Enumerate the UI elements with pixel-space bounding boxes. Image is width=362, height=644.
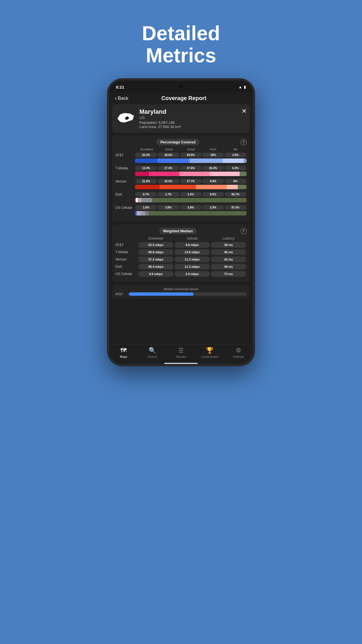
carrier-pct: 29.5% [180, 153, 202, 157]
carrier-pct: 0.7% [135, 192, 157, 197]
carrier-pct: 1.7% [158, 192, 179, 197]
back-chevron-icon: ‹ [115, 95, 117, 101]
carrier-pct: 8% [225, 179, 246, 184]
carrier-pct: 6.3% [225, 166, 246, 171]
col-great-header: Great [158, 148, 180, 151]
app-header: ‹ Back Coverage Report [109, 92, 253, 104]
median-rows: AT&T52.5 mbps9.8 mbps36 msT-Mobile60.6 m… [115, 242, 247, 277]
carrier-name: AT&T [115, 153, 135, 157]
page-title: Detailed Metrics [0, 0, 362, 67]
median-value: 42 ms [211, 257, 246, 262]
screen-content: ‹ Back Coverage Report [109, 92, 253, 364]
median-latency-header: Latency [210, 236, 247, 240]
maps-icon: 🗺 [120, 347, 127, 354]
coverage-section: Percentage Covered ? Excellent Great Goo… [112, 136, 250, 222]
carrier-pct: 19% [202, 153, 224, 157]
carrier-row: Dish0.7%1.7%3.4%9.5%84.7% [115, 192, 247, 202]
page-header-title: Coverage Report [132, 95, 236, 101]
carrier-pct: 28.6% [158, 153, 179, 157]
col-poor-header: Poor [202, 148, 225, 151]
speed-section: Median Download Speed AT&T [112, 285, 250, 299]
median-help-icon[interactable]: ? [240, 228, 247, 234]
median-value: 46 ms [211, 249, 246, 255]
att-speed-label: AT&T [115, 292, 127, 296]
median-value: 60.6 mbps [138, 249, 173, 255]
location-name: Maryland [139, 108, 246, 115]
coverage-bar [135, 211, 247, 216]
nav-item-search[interactable]: 🔍 Search [138, 347, 167, 358]
maps-label: Maps [120, 355, 127, 358]
speed-chart-title: Median Download Speed [115, 287, 247, 291]
nav-item-settings[interactable]: ⚙ Settings [224, 347, 253, 358]
col-carrier-header [116, 148, 135, 151]
settings-icon: ⚙ [236, 347, 241, 354]
carrier-pct: 27.3% [158, 166, 179, 171]
median-value: 11.3 mbps [175, 257, 210, 262]
location-population: Population: 6,097,196 [139, 120, 246, 125]
wifi-icon: ▲ [238, 85, 242, 89]
location-area: Land Area: 27,956.36 km² [139, 125, 246, 129]
bottom-nav: 🗺 Maps 🔍 Search ☰ Results 🏆 Leaderboard … [109, 344, 253, 362]
carrier-name: Verizon [115, 179, 135, 183]
median-section-title: Weighted Median [159, 228, 197, 234]
location-info: Maryland US Population: 6,097,196 Land A… [139, 108, 246, 129]
nav-item-leaderboard[interactable]: 🏆 Leaderboard [195, 347, 224, 358]
carrier-name: US Cellular [115, 206, 135, 210]
carrier-pct: 2.6% [225, 153, 246, 157]
carrier-pct: 1.6% [135, 205, 157, 210]
att-speed-track [129, 292, 247, 296]
median-row: US Cellular6.6 mbps2.0 mbps73 ms [115, 271, 247, 277]
coverage-bar [135, 158, 247, 163]
carrier-pct: 20.3% [135, 153, 157, 157]
carrier-pct: 87.5% [225, 205, 246, 210]
col-good-header: Good [180, 148, 202, 151]
back-button[interactable]: ‹ Back [115, 95, 128, 101]
camera [179, 84, 183, 88]
coverage-bar [135, 198, 247, 202]
carrier-pct: 84.7% [225, 192, 246, 197]
leaderboard-label: Leaderboard [201, 355, 218, 358]
median-value: 52.5 mbps [138, 242, 173, 248]
carrier-pct: 12.4% [135, 166, 157, 171]
median-upload-header: Upload [174, 236, 210, 240]
search-icon: 🔍 [149, 347, 156, 354]
median-col-headers: Download Upload Latency [115, 236, 247, 240]
carrier-row: T-Mobile12.4%27.3%27.6%26.4%6.3% [115, 166, 247, 176]
carrier-name: Dish [115, 193, 135, 196]
nav-item-results[interactable]: ☰ Results [167, 347, 196, 358]
weighted-median-section: Weighted Median ? Download Upload Latenc… [112, 224, 250, 282]
carrier-pct: 21.9% [135, 179, 157, 184]
coverage-bar [135, 185, 247, 189]
results-label: Results [176, 355, 186, 358]
close-button[interactable]: ✕ [242, 108, 247, 115]
nav-item-maps[interactable]: 🗺 Maps [109, 347, 138, 358]
carrier-name: T-Mobile [115, 166, 135, 170]
carrier-pct: 9.5% [202, 192, 224, 197]
main-scroll-area[interactable]: Maryland US Population: 6,097,196 Land A… [109, 104, 253, 344]
median-value: 9.8 mbps [175, 242, 210, 248]
carrier-pct: 9.9% [202, 179, 224, 184]
carrier-pct: 3.8% [158, 205, 179, 210]
location-country: US [139, 115, 246, 120]
median-carrier-name: US Cellular [115, 272, 138, 276]
carrier-pct: 26.4% [202, 166, 224, 171]
results-icon: ☰ [178, 347, 184, 354]
home-indicator [164, 363, 198, 364]
median-value: 13.6 mbps [175, 249, 210, 255]
carrier-pct: 3.8% [180, 205, 202, 210]
median-row: Dish96.4 mbps11.3 mbps40 ms [115, 264, 247, 269]
att-speed-row: AT&T [115, 292, 247, 296]
median-value: 36 ms [211, 242, 246, 248]
median-row: AT&T52.5 mbps9.8 mbps36 ms [115, 242, 247, 248]
coverage-col-headers: Excellent Great Good Poor No [115, 148, 247, 151]
phone-device: 8:21 ▲ ▮ ‹ Back Coverage Report [107, 78, 255, 366]
leaderboard-icon: 🏆 [206, 347, 213, 354]
battery-icon: ▮ [244, 85, 246, 89]
carrier-pct: 27.6% [180, 166, 202, 171]
median-value: 40 ms [211, 264, 246, 269]
median-value: 11.3 mbps [175, 264, 210, 269]
median-carrier-name: Dish [115, 265, 138, 269]
carrier-pct: 32.5% [158, 179, 179, 184]
carrier-row: Verizon21.9%32.5%27.7%9.9%8% [115, 179, 247, 189]
coverage-help-icon[interactable]: ? [240, 139, 247, 145]
